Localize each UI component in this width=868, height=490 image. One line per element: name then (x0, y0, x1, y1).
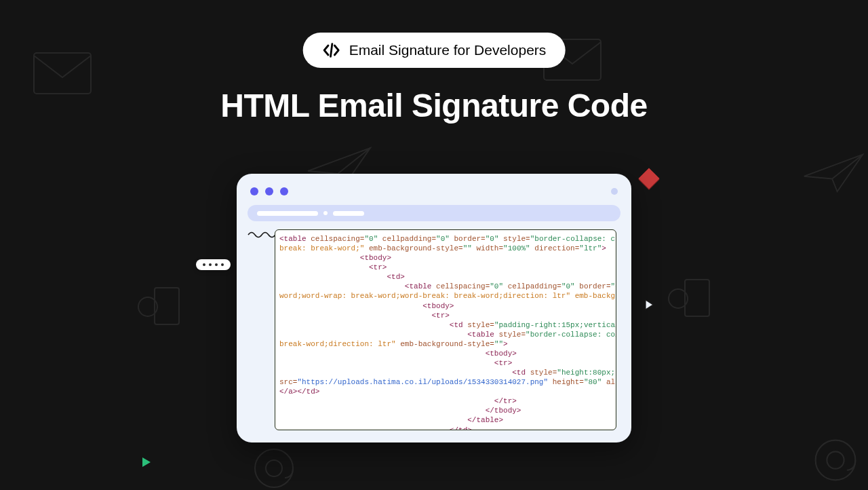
svg-point-6 (255, 449, 293, 487)
code-panel: <table cellspacing="0" cellpadding="0" b… (275, 229, 616, 430)
svg-point-9 (827, 451, 844, 468)
ellipsis-tooltip (196, 259, 231, 270)
window-dot (265, 187, 273, 195)
product-badge-label: Email Signature for Developers (349, 42, 547, 58)
product-badge: Email Signature for Developers (303, 33, 566, 68)
svg-marker-11 (646, 300, 653, 309)
window-dot (280, 187, 288, 195)
diamond-accent-icon (638, 168, 659, 189)
at-sign-icon (807, 432, 864, 489)
outlook-icon (134, 282, 182, 330)
svg-line-10 (331, 44, 332, 57)
play-accent-icon (142, 457, 151, 467)
svg-point-8 (816, 440, 856, 480)
svg-point-7 (266, 460, 282, 476)
browser-window: <table cellspacing="0" cellpadding="0" b… (237, 174, 631, 442)
at-sign-icon (247, 441, 301, 490)
url-bar (248, 205, 620, 221)
play-icon (643, 299, 655, 311)
window-dot (611, 188, 618, 195)
envelope-icon (33, 52, 92, 95)
code-icon (322, 41, 341, 60)
paper-plane-icon (802, 151, 865, 195)
outlook-icon (665, 274, 712, 322)
window-dot (250, 187, 258, 195)
window-controls (248, 183, 620, 197)
svg-rect-2 (155, 288, 179, 324)
page-title: HTML Email Signature Code (220, 87, 647, 124)
svg-rect-0 (34, 53, 91, 94)
svg-rect-4 (685, 280, 709, 316)
